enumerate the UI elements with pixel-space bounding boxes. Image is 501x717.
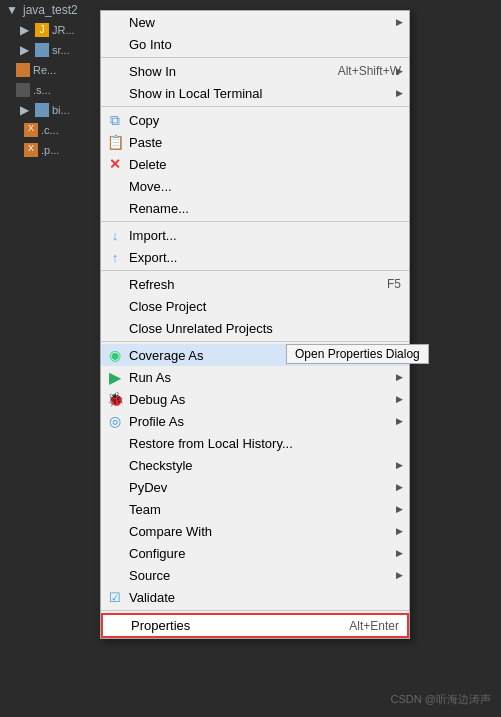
separator <box>101 341 409 342</box>
tree-item-label: .p... <box>41 144 59 156</box>
show-in-shortcut: Alt+Shift+W <box>318 64 401 78</box>
context-menu: New Go Into Show In Alt+Shift+W Show in … <box>100 10 410 639</box>
menu-item-properties[interactable]: Properties Alt+Enter <box>101 613 409 638</box>
debug-icon: 🐞 <box>107 391 123 407</box>
tree-expand-icon: ▶ <box>16 42 32 58</box>
import-icon: ↓ <box>107 227 123 243</box>
menu-item-refresh[interactable]: Refresh F5 <box>101 273 409 295</box>
separator <box>101 57 409 58</box>
xml2-icon: X <box>24 143 38 157</box>
tree-expand-icon: ▶ <box>16 22 32 38</box>
menu-item-paste-label: Paste <box>129 135 401 150</box>
menu-item-restore[interactable]: Restore from Local History... <box>101 432 409 454</box>
tree-root-label: java_test2 <box>23 3 78 17</box>
tree-item-label: JR... <box>52 24 75 36</box>
menu-item-profile-as-label: Profile As <box>129 414 401 429</box>
menu-item-import[interactable]: ↓ Import... <box>101 224 409 246</box>
menu-item-debug-as[interactable]: 🐞 Debug As <box>101 388 409 410</box>
menu-item-compare[interactable]: Compare With <box>101 520 409 542</box>
delete-icon: ✕ <box>107 156 123 172</box>
run-icon: ▶ <box>107 369 123 385</box>
tree-item-label: bi... <box>52 104 70 116</box>
menu-item-restore-label: Restore from Local History... <box>129 436 401 451</box>
tree-item-label: sr... <box>52 44 70 56</box>
menu-item-close-project[interactable]: Close Project <box>101 295 409 317</box>
menu-item-close-unrelated[interactable]: Close Unrelated Projects <box>101 317 409 339</box>
menu-item-export-label: Export... <box>129 250 401 265</box>
menu-item-copy-label: Copy <box>129 113 401 128</box>
menu-item-pydev-label: PyDev <box>129 480 401 495</box>
menu-item-new-label: New <box>129 15 401 30</box>
refresh-shortcut: F5 <box>367 277 401 291</box>
menu-item-properties-label: Properties <box>131 618 329 633</box>
validate-icon: ☑ <box>107 589 123 605</box>
menu-item-delete-label: Delete <box>129 157 401 172</box>
menu-item-run-as[interactable]: ▶ Run As <box>101 366 409 388</box>
menu-item-refresh-label: Refresh <box>129 277 367 292</box>
xml-icon: X <box>24 123 38 137</box>
menu-item-coverage[interactable]: ◉ Coverage As Open Properties Dialog <box>101 344 409 366</box>
menu-item-show-local[interactable]: Show in Local Terminal <box>101 82 409 104</box>
jar-icon: J <box>35 23 49 37</box>
menu-item-new[interactable]: New <box>101 11 409 33</box>
separator <box>101 106 409 107</box>
export-icon: ↑ <box>107 249 123 265</box>
separator <box>101 270 409 271</box>
menu-item-rename[interactable]: Rename... <box>101 197 409 219</box>
menu-item-configure-label: Configure <box>129 546 401 561</box>
menu-item-move[interactable]: Move... <box>101 175 409 197</box>
menu-item-profile-as[interactable]: ◎ Profile As <box>101 410 409 432</box>
menu-item-export[interactable]: ↑ Export... <box>101 246 409 268</box>
build-icon <box>35 103 49 117</box>
menu-item-paste[interactable]: 📋 Paste <box>101 131 409 153</box>
menu-item-checkstyle[interactable]: Checkstyle <box>101 454 409 476</box>
menu-item-show-in-label: Show In <box>129 64 318 79</box>
properties-shortcut: Alt+Enter <box>329 619 399 633</box>
paste-icon: 📋 <box>107 134 123 150</box>
menu-item-show-in[interactable]: Show In Alt+Shift+W <box>101 60 409 82</box>
separator <box>101 610 409 611</box>
menu-item-debug-as-label: Debug As <box>129 392 401 407</box>
menu-item-import-label: Import... <box>129 228 401 243</box>
menu-item-checkstyle-label: Checkstyle <box>129 458 401 473</box>
settings-icon <box>16 83 30 97</box>
profile-icon: ◎ <box>107 413 123 429</box>
menu-item-source-label: Source <box>129 568 401 583</box>
res-icon <box>16 63 30 77</box>
menu-item-rename-label: Rename... <box>129 201 401 216</box>
menu-item-close-project-label: Close Project <box>129 299 401 314</box>
coverage-icon: ◉ <box>107 347 123 363</box>
menu-item-team-label: Team <box>129 502 401 517</box>
menu-item-copy[interactable]: ⧉ Copy <box>101 109 409 131</box>
menu-item-compare-label: Compare With <box>129 524 401 539</box>
menu-item-run-as-label: Run As <box>129 370 401 385</box>
coverage-tooltip: Open Properties Dialog <box>286 344 429 364</box>
tree-expand-icon: ▼ <box>4 2 20 18</box>
tree-item-label: .c... <box>41 124 59 136</box>
menu-item-close-unrelated-label: Close Unrelated Projects <box>129 321 401 336</box>
menu-item-delete[interactable]: ✕ Delete <box>101 153 409 175</box>
menu-item-team[interactable]: Team <box>101 498 409 520</box>
menu-item-pydev[interactable]: PyDev <box>101 476 409 498</box>
menu-item-configure[interactable]: Configure <box>101 542 409 564</box>
menu-item-source[interactable]: Source <box>101 564 409 586</box>
menu-item-go-into-label: Go Into <box>129 37 401 52</box>
tree-item-label: .s... <box>33 84 51 96</box>
tree-item-label: Re... <box>33 64 56 76</box>
menu-item-go-into[interactable]: Go Into <box>101 33 409 55</box>
menu-item-move-label: Move... <box>129 179 401 194</box>
tree-expand-icon: ▶ <box>16 102 32 118</box>
copy-icon: ⧉ <box>107 112 123 128</box>
menu-item-show-local-label: Show in Local Terminal <box>129 86 401 101</box>
separator <box>101 221 409 222</box>
src-icon <box>35 43 49 57</box>
menu-item-validate[interactable]: ☑ Validate <box>101 586 409 608</box>
menu-item-validate-label: Validate <box>129 590 401 605</box>
watermark: CSDN @听海边涛声 <box>391 692 491 707</box>
